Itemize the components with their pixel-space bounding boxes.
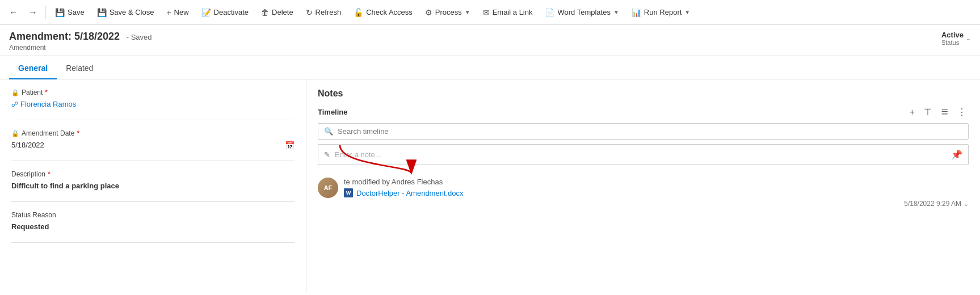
forward-button[interactable]: →	[24, 3, 42, 22]
left-panel: 🔒 Patient* ☍ Florencia Ramos 🔒 Amendment…	[0, 79, 306, 293]
description-required: *	[48, 170, 51, 178]
entry-title: te modified by Andres Flechas	[344, 178, 969, 186]
word-doc-icon: W	[344, 188, 353, 197]
note-placeholder-text: Enter a note...	[335, 150, 381, 159]
patient-lock-icon: 🔒	[11, 89, 19, 96]
right-panel: Notes Timeline + ⊤ ≣ ⋮ 🔍 ✎ Enter a note.…	[306, 79, 980, 293]
run-report-icon: 📊	[632, 8, 641, 17]
timeline-header: Timeline + ⊤ ≣ ⋮	[318, 106, 969, 119]
process-button[interactable]: ⚙ Process ▼	[419, 5, 476, 20]
record-title: Amendment: 5/18/2022	[9, 31, 120, 42]
search-icon: 🔍	[324, 127, 333, 136]
field-divider-1	[11, 120, 295, 120]
status-sublabel: Status	[941, 39, 964, 46]
run-report-button[interactable]: 📊 Run Report ▼	[626, 5, 696, 20]
avatar: AF	[318, 178, 338, 198]
amendment-date-lock-icon: 🔒	[11, 130, 19, 137]
field-divider-2	[11, 161, 295, 161]
expand-icon[interactable]: ⌄	[964, 200, 969, 208]
timeline-filter-button[interactable]: ⊤	[922, 106, 934, 119]
patient-link-icon: ☍	[11, 100, 18, 108]
entry-content: te modified by Andres Flechas W DoctorHe…	[344, 178, 969, 208]
amendment-date-required: *	[77, 129, 79, 137]
entry-footer: 5/18/2022 9:29 AM ⌄	[344, 200, 969, 208]
status-info: Active Status	[941, 31, 964, 46]
save-close-button[interactable]: 💾 Save & Close	[91, 5, 160, 20]
main-content: 🔒 Patient* ☍ Florencia Ramos 🔒 Amendment…	[0, 79, 980, 293]
word-templates-button[interactable]: 📄 Word Templates ▼	[539, 5, 624, 20]
arrow-container: AF te modified by Andres Flechas W Docto…	[318, 172, 969, 213]
attachment-icon[interactable]: 📌	[951, 149, 962, 160]
entry-file[interactable]: W DoctorHelper - Amendment.docx	[344, 188, 969, 197]
description-field-group: Description* Difficult to find a parking…	[11, 170, 295, 191]
status-reason-label: Status Reason	[11, 211, 295, 219]
record-header: Amendment: 5/18/2022 - Saved Amendment A…	[0, 25, 980, 56]
patient-value[interactable]: ☍ Florencia Ramos	[11, 99, 295, 109]
note-input-row[interactable]: ✎ Enter a note... 📌	[318, 144, 969, 165]
amendment-date-value: 5/18/2022	[11, 140, 44, 150]
status-chevron-icon[interactable]: ⌄	[966, 35, 971, 42]
patient-required: *	[45, 88, 48, 96]
calendar-icon[interactable]: 📅	[285, 141, 295, 150]
amendment-date-field-group: 🔒 Amendment Date* 5/18/2022 📅	[11, 129, 295, 150]
save-icon: 💾	[55, 8, 65, 17]
toolbar-separator	[45, 6, 46, 19]
patient-label: 🔒 Patient*	[11, 88, 295, 96]
delete-icon: 🗑	[261, 8, 269, 17]
status-reason-field-group: Status Reason Requested	[11, 211, 295, 232]
tab-related[interactable]: Related	[57, 58, 102, 79]
patient-field-group: 🔒 Patient* ☍ Florencia Ramos	[11, 88, 295, 109]
amendment-date-row: 5/18/2022 📅	[11, 140, 295, 150]
email-icon: ✉	[483, 8, 490, 17]
status-reason-value: Requested	[11, 221, 295, 232]
entry-date: 5/18/2022 9:29 AM	[904, 200, 961, 208]
deactivate-icon: 📝	[201, 8, 211, 17]
timeline-search-input[interactable]	[338, 127, 962, 136]
timeline-entry: AF te modified by Andres Flechas W Docto…	[318, 172, 969, 213]
refresh-icon: ↻	[306, 8, 313, 17]
timeline-label: Timeline	[318, 108, 348, 116]
refresh-button[interactable]: ↻ Refresh	[300, 5, 347, 20]
process-dropdown-icon: ▼	[465, 9, 470, 15]
description-value: Difficult to find a parking place	[11, 180, 295, 191]
record-title-section: Amendment: 5/18/2022 - Saved Amendment	[9, 31, 152, 52]
save-button[interactable]: 💾 Save	[49, 5, 90, 20]
check-access-icon: 🔓	[354, 8, 363, 17]
timeline-search-box[interactable]: 🔍	[318, 123, 969, 140]
pencil-icon: ✎	[324, 150, 330, 159]
delete-button[interactable]: 🗑 Delete	[255, 5, 299, 20]
email-link-button[interactable]: ✉ Email a Link	[477, 5, 539, 20]
amendment-date-label: 🔒 Amendment Date*	[11, 129, 295, 137]
record-status-section: Active Status ⌄	[941, 31, 971, 46]
tabs-container: General Related	[0, 58, 980, 79]
word-templates-icon: 📄	[545, 8, 554, 17]
record-type: Amendment	[9, 44, 152, 52]
status-label: Active	[941, 31, 964, 39]
save-close-icon: 💾	[97, 8, 107, 17]
note-input-left: ✎ Enter a note...	[324, 150, 381, 159]
timeline-more-button[interactable]: ⋮	[955, 106, 969, 119]
run-report-dropdown-icon: ▼	[684, 9, 690, 15]
timeline-view-button[interactable]: ≣	[939, 106, 950, 119]
record-saved-status: - Saved	[127, 33, 152, 41]
process-icon: ⚙	[425, 8, 432, 17]
tab-general[interactable]: General	[9, 58, 57, 79]
toolbar: ← → 💾 Save 💾 Save & Close + New 📝 Deacti…	[0, 0, 980, 25]
field-divider-3	[11, 201, 295, 202]
timeline-actions: + ⊤ ≣ ⋮	[907, 106, 969, 119]
description-label: Description*	[11, 170, 295, 178]
check-access-button[interactable]: 🔓 Check Access	[348, 5, 418, 20]
notes-title: Notes	[318, 88, 969, 99]
field-divider-4	[11, 242, 295, 243]
new-button[interactable]: + New	[161, 5, 194, 20]
timeline-add-button[interactable]: +	[907, 106, 917, 119]
deactivate-button[interactable]: 📝 Deactivate	[196, 5, 254, 20]
word-templates-dropdown-icon: ▼	[613, 9, 619, 15]
back-button[interactable]: ←	[5, 3, 23, 22]
new-icon: +	[166, 8, 171, 17]
record-title-row: Amendment: 5/18/2022 - Saved	[9, 31, 152, 43]
